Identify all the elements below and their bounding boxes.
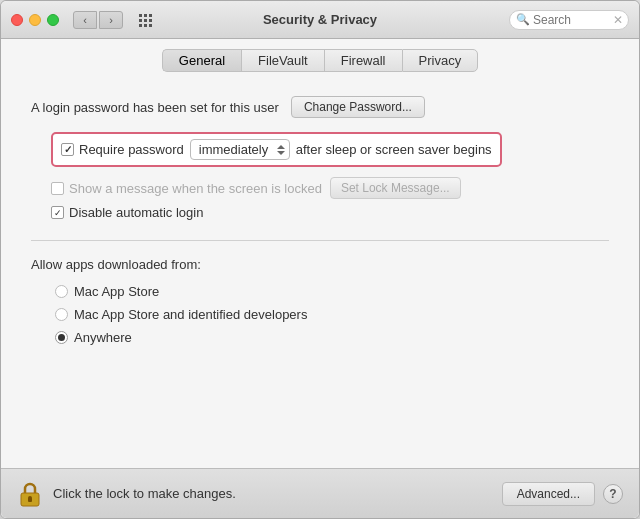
radio-appstore[interactable] [55, 285, 68, 298]
screen-lock-row: Show a message when the screen is locked… [51, 177, 609, 199]
forward-button[interactable]: › [99, 11, 123, 29]
tab-filevault[interactable]: FileVault [241, 49, 324, 72]
tab-bar: General FileVault Firewall Privacy [1, 39, 639, 80]
require-password-checkbox[interactable] [61, 143, 74, 156]
radio-appstore-label: Mac App Store [74, 284, 159, 299]
svg-rect-1 [144, 14, 147, 17]
svg-rect-4 [144, 19, 147, 22]
window: ‹ › Security & Privacy 🔍 ✕ General [0, 0, 640, 519]
radio-identified-label: Mac App Store and identified developers [74, 307, 307, 322]
set-lock-message-button[interactable]: Set Lock Message... [330, 177, 461, 199]
click-lock-text: Click the lock to make changes. [53, 486, 502, 501]
tab-firewall[interactable]: Firewall [324, 49, 402, 72]
login-password-text: A login password has been set for this u… [31, 100, 279, 115]
advanced-button[interactable]: Advanced... [502, 482, 595, 506]
tab-privacy[interactable]: Privacy [402, 49, 479, 72]
grid-button[interactable] [133, 11, 157, 29]
disable-login-checkbox[interactable] [51, 206, 64, 219]
back-button[interactable]: ‹ [73, 11, 97, 29]
traffic-lights [11, 14, 59, 26]
radio-identified[interactable] [55, 308, 68, 321]
require-password-label: Require password [79, 142, 184, 157]
radio-row-identified: Mac App Store and identified developers [55, 307, 609, 322]
radio-anywhere-label: Anywhere [74, 330, 132, 345]
radio-group: Mac App Store Mac App Store and identifi… [55, 284, 609, 345]
close-button[interactable] [11, 14, 23, 26]
search-icon: 🔍 [516, 13, 530, 26]
disable-login-label: Disable automatic login [69, 205, 203, 220]
svg-rect-8 [149, 24, 152, 27]
after-sleep-text: after sleep or screen saver begins [296, 142, 492, 157]
window-title: Security & Privacy [263, 12, 377, 27]
require-password-row: Require password immediately 5 seconds 1… [51, 132, 502, 167]
radio-row-appstore: Mac App Store [55, 284, 609, 299]
svg-rect-7 [144, 24, 147, 27]
titlebar: ‹ › Security & Privacy 🔍 ✕ [1, 1, 639, 39]
footer: Click the lock to make changes. Advanced… [1, 468, 639, 518]
svg-rect-5 [149, 19, 152, 22]
svg-rect-6 [139, 24, 142, 27]
show-message-checkbox[interactable] [51, 182, 64, 195]
login-password-row: A login password has been set for this u… [31, 96, 609, 118]
nav-buttons: ‹ › [73, 11, 123, 29]
show-message-label: Show a message when the screen is locked [69, 181, 322, 196]
lock-icon[interactable] [17, 481, 43, 507]
maximize-button[interactable] [47, 14, 59, 26]
svg-point-11 [28, 496, 32, 500]
section-divider [31, 240, 609, 241]
help-button[interactable]: ? [603, 484, 623, 504]
content-area: A login password has been set for this u… [1, 80, 639, 468]
tab-general[interactable]: General [162, 49, 241, 72]
allow-apps-label: Allow apps downloaded from: [31, 257, 609, 272]
svg-rect-3 [139, 19, 142, 22]
change-password-button[interactable]: Change Password... [291, 96, 425, 118]
svg-rect-0 [139, 14, 142, 17]
immediately-select[interactable]: immediately 5 seconds 1 minute 5 minutes… [190, 139, 290, 160]
search-bar[interactable]: 🔍 ✕ [509, 10, 629, 30]
radio-row-anywhere: Anywhere [55, 330, 609, 345]
disable-login-row: Disable automatic login [51, 205, 609, 220]
svg-rect-2 [149, 14, 152, 17]
radio-anywhere[interactable] [55, 331, 68, 344]
search-clear-icon[interactable]: ✕ [613, 13, 623, 27]
minimize-button[interactable] [29, 14, 41, 26]
search-input[interactable] [533, 13, 613, 27]
